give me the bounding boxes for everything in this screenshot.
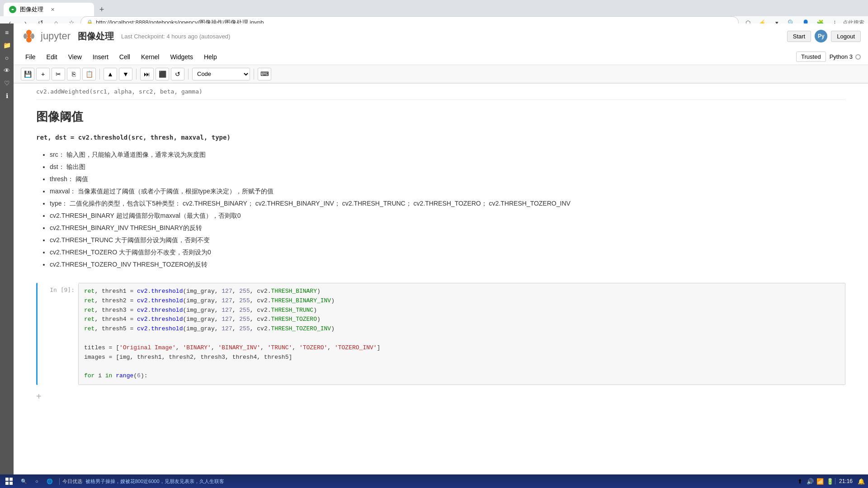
notebook-title[interactable]: 图像处理 (78, 30, 114, 42)
interrupt-button[interactable]: ⬛ (156, 68, 169, 80)
code-line-6 (84, 334, 840, 343)
jupyter-logo: jupyter (21, 28, 71, 44)
list-item: cv2.THRESH_TRUNC 大于阈值部分设为阈值，否则不变 (50, 235, 845, 245)
new-tab-button[interactable]: + (95, 3, 108, 16)
code-line-10: for i in range(6): (84, 371, 840, 381)
trusted-button[interactable]: Trusted (796, 52, 826, 62)
menu-view[interactable]: View (64, 52, 86, 62)
toolbar: 💾 + ✂ ⎘ 📋 ▲ ▼ ⏭ ⬛ ↺ Code Markdown Raw NB… (14, 65, 868, 83)
keyboard-shortcuts-button[interactable]: ⌨ (258, 68, 271, 80)
add-cell-plus-button[interactable]: + (36, 391, 42, 402)
taskbar-search[interactable]: 🔍 (17, 475, 31, 487)
kernel-name: Python 3 (830, 53, 853, 60)
code-line-7: titles = ['Original Image', 'BINARY', 'B… (84, 343, 840, 353)
code-reference: ret, dst = cv2.threshold(src, thresh, ma… (36, 134, 845, 141)
section-heading: 图像阈值 (36, 109, 845, 125)
list-item: type： 二值化操作的类型，包含以下5种类型： cv2.THRESH_BINA… (50, 199, 845, 208)
add-cell-button[interactable]: + (36, 68, 50, 80)
sidebar-menu-icon[interactable]: ≡ (1, 27, 12, 38)
move-up-button[interactable]: ▲ (104, 68, 117, 80)
title-bar: jupyter 图像处理 Last Checkpoint: 4 hours ag… (14, 23, 868, 49)
code-cell-9[interactable]: In [9]: ret, thresh1 = cv2.threshold(img… (36, 283, 845, 385)
move-down-button[interactable]: ▼ (119, 68, 132, 80)
menu-help[interactable]: Help (199, 52, 222, 62)
cut-button[interactable]: ✂ (52, 68, 65, 80)
svg-point-3 (24, 33, 27, 39)
code-cell-content[interactable]: ret, thresh1 = cv2.threshold(img_gray, 1… (78, 283, 845, 385)
code-line-3: ret, thresh3 = cv2.threshold(img_gray, 1… (84, 306, 840, 315)
toolbar-separator-4 (254, 69, 254, 80)
svg-rect-9 (9, 482, 13, 485)
sidebar-eye-icon[interactable]: 👁 (1, 65, 12, 76)
start-menu-button[interactable] (2, 475, 16, 487)
jupyter-text: jupyter (41, 30, 71, 42)
jupyter-header: jupyter 图像处理 Last Checkpoint: 4 hours ag… (14, 23, 868, 84)
tab-close-button[interactable]: ✕ (51, 7, 55, 13)
paste-button[interactable]: 📋 (82, 68, 96, 80)
python-icon: Py (815, 30, 827, 42)
tab-title: 图像处理 (20, 5, 43, 14)
taskbar-notification: 今日优选 被格男子操操，嫂被花800近6000，见朋友见表亲，久人生联客 (59, 478, 227, 485)
run-skip-button[interactable]: ⏭ (140, 68, 154, 80)
taskbar-browser[interactable]: 🌐 (43, 475, 57, 487)
code-editor[interactable]: ret, thresh1 = cv2.threshold(img_gray, 1… (79, 283, 845, 385)
tray-battery-icon[interactable]: 🔋 (826, 477, 834, 485)
list-item: src： 输入图，只能输入单通道图像，通常来说为灰度图 (50, 150, 845, 160)
menu-cell[interactable]: Cell (115, 52, 135, 62)
jupyter-logo-icon (21, 28, 37, 44)
svg-rect-6 (5, 478, 9, 481)
browser-taskbar-icon: 🌐 (47, 479, 53, 484)
cell-prompt: In [9]: (38, 283, 78, 385)
sidebar-circle-icon[interactable]: ○ (1, 52, 12, 63)
today-label: 今日优选 (62, 479, 82, 484)
sidebar-info-icon[interactable]: ℹ (1, 90, 12, 101)
svg-rect-8 (5, 482, 9, 485)
notebook-scroll-area[interactable]: cv2.addWeighted(src1, alpha, src2, beta,… (14, 84, 868, 474)
active-tab[interactable]: 图像处理 ✕ (4, 3, 94, 16)
taskbar: 🔍 ○ 🌐 今日优选 被格男子操操，嫂被花800近6000，见朋友见表亲，久人生… (0, 474, 868, 488)
sidebar-heart-icon[interactable]: ♡ (1, 78, 12, 89)
sidebar-folder-icon[interactable]: 📁 (1, 40, 12, 51)
svg-point-4 (31, 33, 34, 39)
menu-edit[interactable]: Edit (42, 52, 62, 62)
code-line-4: ret, thresh4 = cv2.threshold(img_gray, 1… (84, 315, 840, 324)
left-sidebar: ≡ 📁 ○ 👁 ♡ ℹ (0, 23, 14, 474)
cortana-icon: ○ (35, 479, 38, 484)
taskbar-right: ⬆ 🔊 📶 🔋 21:16 🔔 (793, 477, 868, 485)
start-button[interactable]: Start (787, 31, 811, 42)
tray-network-icon[interactable]: 📶 (816, 477, 824, 485)
restart-button[interactable]: ↺ (171, 68, 184, 80)
cell-type-dropdown[interactable]: Code Markdown Raw NBConvert (192, 68, 250, 80)
menu-file[interactable]: File (21, 52, 40, 62)
logout-button[interactable]: Logout (831, 31, 861, 42)
tab-bar: 图像处理 ✕ + (0, 0, 868, 16)
taskbar-cortana[interactable]: ○ (32, 475, 42, 487)
time-display: 21:16 (839, 478, 853, 484)
tray-icon-1[interactable]: ⬆ (796, 477, 804, 485)
save-button[interactable]: 💾 (21, 68, 34, 80)
taskbar-left: 🔍 ○ 🌐 今日优选 被格男子操操，嫂被花800近6000，见朋友见表亲，久人生… (0, 475, 793, 487)
svg-point-5 (27, 34, 31, 38)
list-item: dst： 输出图 (50, 162, 845, 172)
kernel-status-indicator (855, 54, 861, 60)
clock: 21:16 (835, 478, 856, 484)
checkpoint-info: Last Checkpoint: 4 hours ago (autosaved) (121, 33, 230, 40)
notification-text: 被格男子操操，嫂被花800近6000，见朋友见表亲，久人生联客 (85, 479, 224, 484)
code-line-1: ret, thresh1 = cv2.threshold(img_gray, 1… (84, 287, 840, 296)
partial-cell-top: cv2.addWeighted(src1, alpha, src2, beta,… (36, 84, 845, 100)
list-item: maxval： 当像素值超过了阈值（或者小于阈值，根据type来决定），所赋予的… (50, 187, 845, 196)
kernel-info: Python 3 (830, 53, 861, 60)
list-item: cv2.THRESH_TOZERO 大于阈值部分不改变，否则设为0 (50, 248, 845, 257)
code-line-2: ret, thresh2 = cv2.threshold(img_gray, 1… (84, 296, 840, 306)
menu-insert[interactable]: Insert (88, 52, 113, 62)
code-line-5: ret, thresh5 = cv2.threshold(img_gray, 1… (84, 324, 840, 334)
notification-center-button[interactable]: 🔔 (857, 477, 865, 485)
svg-rect-7 (9, 478, 13, 481)
copy-button[interactable]: ⎘ (67, 68, 80, 80)
menu-kernel[interactable]: Kernel (137, 52, 164, 62)
menu-widgets[interactable]: Widgets (165, 52, 198, 62)
menu-right: Trusted Python 3 (796, 52, 861, 62)
markdown-heading-cell: 图像阈值 ret, dst = cv2.threshold(src, thres… (36, 100, 845, 278)
list-item: cv2.THRESH_BINARY_INV THRESH_BINARY的反转 (50, 223, 845, 233)
tray-icon-2[interactable]: 🔊 (806, 477, 814, 485)
